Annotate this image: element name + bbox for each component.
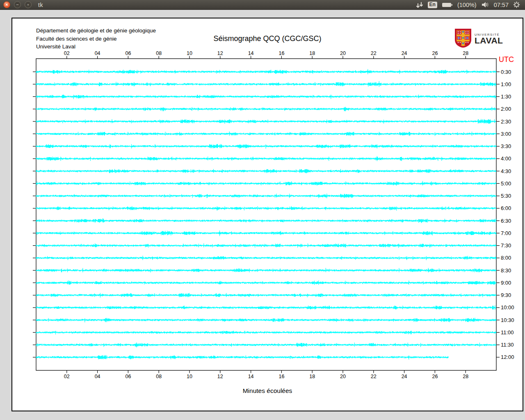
svg-text:6:30: 6:30 bbox=[501, 218, 511, 224]
svg-text:26: 26 bbox=[432, 50, 438, 56]
svg-text:3:00: 3:00 bbox=[501, 131, 511, 137]
svg-text:2:00: 2:00 bbox=[501, 106, 511, 112]
svg-text:8:00: 8:00 bbox=[501, 255, 511, 261]
svg-text:11:00: 11:00 bbox=[501, 329, 514, 336]
window-controls: × − ▫ bbox=[0, 1, 32, 8]
seismograph-plot: 0202040406060808101012121414161618182020… bbox=[12, 18, 523, 411]
svg-text:12:00: 12:00 bbox=[501, 354, 514, 360]
maximize-icon: ▫ bbox=[27, 2, 29, 7]
window-titlebar: × − ▫ tk En (100%) bbox=[0, 0, 525, 10]
svg-text:14: 14 bbox=[248, 374, 254, 379]
svg-text:10: 10 bbox=[187, 374, 192, 379]
svg-text:12: 12 bbox=[217, 374, 223, 379]
svg-text:11:30: 11:30 bbox=[501, 342, 514, 348]
svg-text:24: 24 bbox=[402, 50, 407, 56]
svg-text:08: 08 bbox=[156, 374, 162, 379]
svg-text:04: 04 bbox=[95, 50, 100, 56]
svg-text:18: 18 bbox=[309, 50, 315, 56]
svg-text:14: 14 bbox=[248, 50, 254, 56]
svg-text:4:00: 4:00 bbox=[501, 155, 511, 162]
svg-text:28: 28 bbox=[463, 50, 468, 56]
system-tray: En (100%) 07:57 bbox=[416, 1, 525, 8]
svg-text:6:00: 6:00 bbox=[501, 205, 511, 211]
svg-text:04: 04 bbox=[95, 374, 100, 379]
svg-text:3:30: 3:30 bbox=[501, 143, 511, 149]
svg-text:0:30: 0:30 bbox=[501, 69, 511, 75]
minimize-button[interactable]: − bbox=[14, 1, 21, 8]
network-arrows-icon[interactable] bbox=[416, 2, 423, 8]
session-gear-icon[interactable] bbox=[513, 1, 520, 8]
svg-text:20: 20 bbox=[340, 50, 346, 56]
svg-text:20: 20 bbox=[340, 374, 346, 379]
svg-text:26: 26 bbox=[432, 374, 438, 379]
svg-text:08: 08 bbox=[156, 50, 162, 56]
svg-text:10:00: 10:00 bbox=[501, 304, 514, 310]
svg-text:22: 22 bbox=[371, 50, 377, 56]
svg-text:16: 16 bbox=[278, 50, 284, 56]
svg-text:8:30: 8:30 bbox=[501, 267, 511, 274]
svg-text:06: 06 bbox=[125, 50, 131, 56]
utc-axis-label: UTC bbox=[499, 55, 514, 64]
svg-text:02: 02 bbox=[64, 374, 70, 379]
battery-icon[interactable] bbox=[442, 2, 453, 8]
clock[interactable]: 07:57 bbox=[494, 2, 509, 8]
close-icon: × bbox=[5, 2, 8, 7]
svg-text:9:00: 9:00 bbox=[501, 280, 511, 286]
svg-text:1:00: 1:00 bbox=[501, 81, 511, 87]
svg-text:7:30: 7:30 bbox=[501, 242, 511, 249]
window-title: tk bbox=[38, 2, 43, 8]
svg-text:16: 16 bbox=[278, 374, 284, 379]
svg-text:7:00: 7:00 bbox=[501, 230, 511, 236]
svg-text:28: 28 bbox=[463, 374, 468, 379]
minimize-icon: − bbox=[16, 2, 18, 7]
maximize-button[interactable]: ▫ bbox=[25, 1, 32, 8]
volume-icon[interactable] bbox=[481, 2, 489, 8]
keyboard-layout-indicator[interactable]: En bbox=[428, 2, 437, 8]
svg-text:5:30: 5:30 bbox=[501, 193, 511, 199]
svg-text:2:30: 2:30 bbox=[501, 119, 511, 125]
svg-text:5:00: 5:00 bbox=[501, 180, 511, 187]
svg-text:10:30: 10:30 bbox=[501, 317, 514, 323]
svg-text:22: 22 bbox=[371, 374, 377, 379]
svg-text:10: 10 bbox=[187, 50, 192, 56]
svg-text:02: 02 bbox=[64, 50, 70, 56]
battery-percentage[interactable]: (100%) bbox=[457, 2, 477, 8]
x-axis-label: Minutes écoulées bbox=[12, 387, 523, 395]
svg-text:4:30: 4:30 bbox=[501, 168, 511, 174]
svg-text:9:30: 9:30 bbox=[501, 292, 511, 298]
seismograph-canvas: Département de géologie et de génie géol… bbox=[11, 18, 523, 411]
svg-text:18: 18 bbox=[309, 374, 315, 379]
svg-text:24: 24 bbox=[402, 374, 407, 379]
svg-text:1:30: 1:30 bbox=[501, 94, 511, 100]
svg-text:06: 06 bbox=[125, 374, 131, 379]
close-button[interactable]: × bbox=[3, 1, 10, 8]
svg-text:12: 12 bbox=[217, 50, 223, 56]
